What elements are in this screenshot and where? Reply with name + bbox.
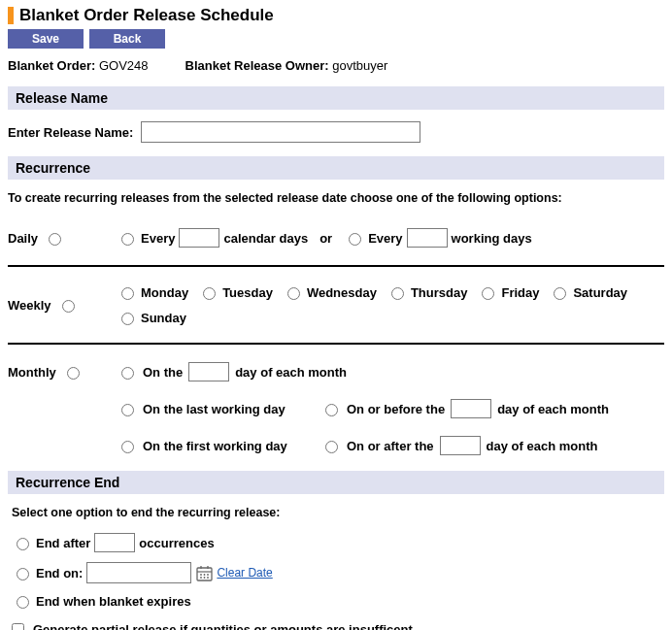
monthly-onthe-input[interactable] [188, 362, 229, 381]
divider [8, 343, 664, 345]
daily-radio[interactable] [49, 233, 61, 246]
generate-partial-checkbox[interactable] [12, 623, 24, 630]
end-when-expires-radio[interactable] [17, 596, 29, 609]
end-on-radio[interactable] [17, 568, 29, 580]
monthly-on-before-suffix: day of each month [497, 402, 609, 416]
daily-every-work-radio[interactable] [349, 233, 361, 246]
monthly-on-after-prefix: On or after the [347, 439, 434, 453]
blanket-release-owner-value: govtbuyer [332, 58, 387, 73]
weekly-radio[interactable] [62, 300, 75, 313]
weekly-label: Weekly [8, 298, 51, 313]
end-after-prefix: End after [36, 536, 90, 550]
weekly-tuesday-label: Tuesday [222, 285, 273, 300]
release-name-label: Enter Release Name: [8, 125, 133, 140]
monthly-onthe-radio[interactable] [121, 367, 134, 380]
daily-every-work-prefix: Every [368, 231, 402, 246]
monthly-first-working-radio[interactable] [121, 441, 134, 453]
weekly-sunday-label: Sunday [141, 311, 186, 325]
daily-cal-days-input[interactable] [179, 228, 219, 248]
monthly-last-working-label: On the last working day [143, 402, 286, 416]
blanket-order-value: GOV248 [99, 58, 149, 73]
monthly-onthe-prefix: On the [143, 365, 183, 380]
svg-point-7 [200, 577, 202, 579]
save-button[interactable]: Save [8, 29, 84, 49]
blanket-order-label: Blanket Order: [8, 58, 95, 73]
svg-point-5 [203, 574, 205, 576]
weekly-saturday-label: Saturday [573, 285, 627, 300]
weekly-saturday-radio[interactable] [554, 287, 566, 300]
generate-partial-label: Generate partial release if quantities o… [33, 622, 413, 630]
daily-every-cal-suffix: calendar days [223, 231, 308, 246]
monthly-first-working-label: On the first working day [143, 439, 287, 453]
end-after-suffix: occurrences [139, 536, 214, 550]
weekly-thursday-label: Thursday [411, 285, 468, 300]
weekly-wednesday-label: Wednesday [307, 285, 377, 300]
end-after-input[interactable] [94, 533, 135, 552]
monthly-label: Monthly [8, 365, 56, 380]
section-recurrence: Recurrence [8, 156, 664, 180]
svg-point-6 [207, 574, 209, 576]
end-on-label: End on: [36, 566, 83, 580]
end-on-date-input[interactable] [86, 562, 191, 583]
monthly-on-before-input[interactable] [451, 399, 491, 418]
svg-point-4 [200, 574, 202, 576]
weekly-monday-label: Monday [141, 285, 188, 300]
weekly-friday-label: Friday [501, 285, 539, 300]
weekly-thursday-radio[interactable] [391, 287, 404, 300]
release-name-input[interactable] [141, 121, 420, 143]
weekly-sunday-radio[interactable] [121, 313, 134, 325]
back-button[interactable]: Back [89, 29, 165, 49]
daily-every-cal-radio[interactable] [121, 233, 134, 246]
daily-every-work-suffix: working days [452, 231, 532, 246]
daily-work-days-input[interactable] [407, 228, 448, 248]
weekly-wednesday-radio[interactable] [287, 287, 300, 300]
weekly-friday-radio[interactable] [482, 287, 494, 300]
monthly-on-after-radio[interactable] [325, 441, 338, 453]
section-release-name: Release Name [8, 86, 664, 110]
daily-label: Daily [8, 231, 38, 246]
divider [8, 265, 664, 267]
daily-or: or [314, 231, 338, 246]
monthly-radio[interactable] [67, 367, 80, 380]
accent-bar [8, 7, 14, 24]
calendar-icon[interactable] [195, 564, 213, 581]
monthly-on-before-radio[interactable] [325, 404, 338, 416]
svg-point-9 [207, 577, 209, 579]
monthly-last-working-radio[interactable] [121, 404, 134, 416]
monthly-on-after-suffix: day of each month [487, 439, 598, 453]
end-when-expires-label: End when blanket expires [36, 594, 191, 609]
weekly-tuesday-radio[interactable] [203, 287, 216, 300]
svg-point-8 [203, 577, 205, 579]
blanket-release-owner-label: Blanket Release Owner: [185, 58, 329, 73]
daily-every-cal-prefix: Every [141, 231, 175, 246]
monthly-on-after-input[interactable] [440, 436, 481, 455]
clear-date-link[interactable]: Clear Date [217, 566, 272, 580]
section-recurrence-end: Recurrence End [8, 471, 664, 494]
page-title: Blanket Order Release Schedule [19, 6, 274, 25]
monthly-onthe-suffix: day of each month [235, 365, 347, 380]
weekly-monday-radio[interactable] [121, 287, 134, 300]
recurrence-end-instructions: Select one option to end the recurring r… [12, 506, 664, 519]
end-after-radio[interactable] [17, 538, 29, 550]
recurrence-instructions: To create recurring releases from the se… [8, 191, 664, 205]
monthly-on-before-prefix: On or before the [347, 402, 445, 416]
